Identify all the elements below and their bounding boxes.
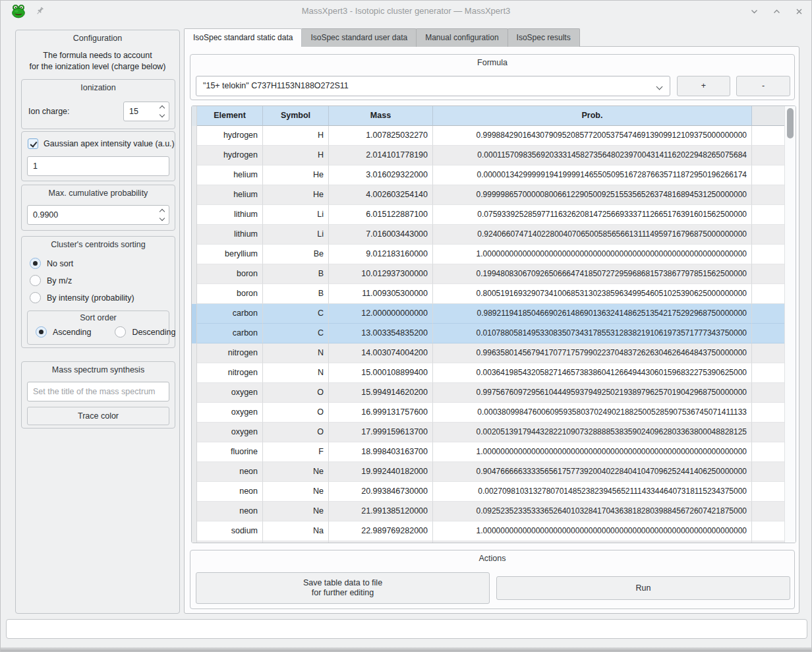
radio-descending[interactable]: Descending	[115, 326, 175, 338]
formula-add-button[interactable]: +	[677, 76, 730, 96]
cell-element[interactable]: hydrogen	[197, 126, 263, 146]
row-header[interactable]	[192, 521, 197, 541]
table-row[interactable]: sodiumNa22.9897692820001.000000000000000…	[192, 521, 796, 541]
table-row[interactable]: boronB10.0129373000000.19948083067092650…	[192, 264, 796, 284]
cell-mass[interactable]: 6.015122887100	[329, 205, 433, 225]
cell-symbol[interactable]: O	[263, 383, 329, 403]
table-row[interactable]: lithiumLi7.0160034430000.924066074714022…	[192, 225, 796, 245]
trace-color-button[interactable]: Trace color	[27, 407, 169, 425]
row-header[interactable]	[192, 502, 197, 521]
row-header[interactable]	[192, 126, 197, 146]
cell-symbol[interactable]: Na	[263, 521, 329, 541]
radio-icon[interactable]	[30, 292, 41, 303]
cell-element[interactable]: sodium	[197, 521, 263, 541]
cell-mass[interactable]: 18.998403163700	[329, 442, 433, 462]
cell-prob[interactable]: 0.99756760972956104449593794925021938979…	[433, 383, 752, 403]
cell-symbol[interactable]: H	[263, 126, 329, 146]
run-button[interactable]: Run	[496, 576, 790, 600]
cell-prob[interactable]: 0.01078805814953308350734317855312838219…	[433, 324, 752, 343]
tab-manual-configuration[interactable]: Manual configuration	[416, 28, 508, 47]
ion-charge-spinbox[interactable]: 15	[123, 102, 169, 121]
cell-element[interactable]: boron	[197, 264, 263, 284]
cell-symbol[interactable]: C	[263, 304, 329, 324]
column-header-element[interactable]: Element	[197, 106, 263, 126]
column-header-prob[interactable]: Prob.	[433, 106, 752, 126]
table-row[interactable]: lithiumLi6.0151228871000.075933925285977…	[192, 205, 796, 225]
cell-symbol[interactable]: N	[263, 363, 329, 383]
radio-icon[interactable]	[36, 326, 47, 338]
cell-mass[interactable]: 10.012937300000	[329, 264, 433, 284]
cell-symbol[interactable]: C	[263, 324, 329, 343]
cell-mass[interactable]: 12.000000000000	[329, 304, 433, 324]
cell-prob[interactable]: 0.90476666633335656175773920040228404104…	[433, 462, 752, 482]
column-header-symbol[interactable]: Symbol	[263, 106, 329, 126]
cell-symbol[interactable]: Ne	[263, 462, 329, 482]
cell-mass[interactable]: 20.993846730000	[329, 482, 433, 502]
table-row[interactable]: nitrogenN14.0030740042000.99635801456794…	[192, 343, 796, 363]
cell-mass[interactable]: 2.014101778190	[329, 146, 433, 165]
cell-element[interactable]: beryllium	[197, 245, 263, 264]
cell-prob[interactable]: 0.99988429016430790952085772005375474691…	[433, 126, 752, 146]
cell-prob[interactable]: 0.98921194185046690261486901363241486251…	[433, 304, 752, 324]
formula-combobox[interactable]: "15+ telokin" C737H1153N188O272S11	[196, 76, 670, 96]
table-row[interactable]: fluorineF18.9984031637001.00000000000000…	[192, 442, 796, 462]
cell-element[interactable]: oxygen	[197, 423, 263, 442]
cell-element[interactable]: neon	[197, 462, 263, 482]
spin-down-icon[interactable]	[160, 112, 165, 117]
cell-element[interactable]: carbon	[197, 324, 263, 343]
row-header[interactable]	[192, 225, 197, 245]
radio-icon[interactable]	[30, 258, 41, 269]
cell-mass[interactable]: 1.007825032270	[329, 126, 433, 146]
cell-mass[interactable]: 21.991385120000	[329, 502, 433, 521]
cell-prob[interactable]: 0.00011570983569203331458273564802397004…	[433, 146, 752, 165]
row-header[interactable]	[192, 245, 197, 264]
spin-up-icon[interactable]	[160, 209, 165, 214]
cell-mass[interactable]: 3.016029322000	[329, 165, 433, 185]
scrollbar-thumb[interactable]	[787, 108, 794, 138]
cell-symbol[interactable]: Be	[263, 245, 329, 264]
cell-prob[interactable]: 1.00000000000000000000000000000000000000…	[433, 442, 752, 462]
row-header[interactable]	[192, 324, 197, 343]
cell-symbol[interactable]: B	[263, 284, 329, 304]
title-bar[interactable]: MassXpert3 - Isotopic cluster generator …	[1, 1, 811, 22]
table-row[interactable]: nitrogenN15.0001088994000.00364198543205…	[192, 363, 796, 383]
row-header[interactable]	[192, 383, 197, 403]
row-header[interactable]	[192, 403, 197, 423]
cell-symbol[interactable]: F	[263, 442, 329, 462]
row-header[interactable]	[192, 482, 197, 502]
table-row[interactable]: oxygenO16.9991317576000.0003809984760060…	[192, 403, 796, 423]
cell-mass[interactable]: 16.999131757600	[329, 403, 433, 423]
row-header[interactable]	[192, 462, 197, 482]
cell-mass[interactable]: 15.994914620200	[329, 383, 433, 403]
close-button[interactable]	[794, 7, 803, 16]
spectrum-title-input[interactable]: Set the title of the mass spectrum	[27, 382, 169, 401]
cell-prob[interactable]: 0.00270981031327807014852382394565211143…	[433, 482, 752, 502]
row-header[interactable]	[192, 284, 197, 304]
cell-element[interactable]: neon	[197, 502, 263, 521]
cell-element[interactable]: nitrogen	[197, 363, 263, 383]
cell-symbol[interactable]: B	[263, 264, 329, 284]
cell-prob[interactable]: 0.99999865700000800661229050092515535652…	[433, 185, 752, 205]
cell-mass[interactable]: 19.992440182000	[329, 462, 433, 482]
cell-prob[interactable]: 0.00205139179443282210907328888538359024…	[433, 423, 752, 442]
cell-mass[interactable]: 9.012183160000	[329, 245, 433, 264]
cell-mass[interactable]: 14.003074004200	[329, 343, 433, 363]
table-row[interactable]: hydrogenH1.0078250322700.999884290164307…	[192, 126, 796, 146]
cell-symbol[interactable]: Li	[263, 205, 329, 225]
table-row[interactable]: neonNe21.9913851200000.09252352335333652…	[192, 502, 796, 521]
formula-remove-button[interactable]: -	[736, 76, 790, 96]
row-header[interactable]	[192, 304, 197, 324]
cell-mass[interactable]: 7.016003443000	[329, 225, 433, 245]
table-row[interactable]: berylliumBe9.0121831600001.0000000000000…	[192, 245, 796, 264]
maximize-button[interactable]	[772, 7, 781, 16]
radio-icon[interactable]	[115, 326, 126, 338]
row-header[interactable]	[192, 442, 197, 462]
table-row[interactable]: heliumHe3.0160293220000.0000013429999919…	[192, 165, 796, 185]
cell-element[interactable]: oxygen	[197, 383, 263, 403]
tab-isospec-standard-user-data[interactable]: IsoSpec standard user data	[301, 28, 417, 47]
cell-element[interactable]: neon	[197, 482, 263, 502]
cell-element[interactable]: carbon	[197, 304, 263, 324]
cell-prob[interactable]: 0.99635801456794170771757990223704837262…	[433, 343, 752, 363]
cell-element[interactable]: helium	[197, 185, 263, 205]
spin-down-icon[interactable]	[160, 216, 165, 221]
